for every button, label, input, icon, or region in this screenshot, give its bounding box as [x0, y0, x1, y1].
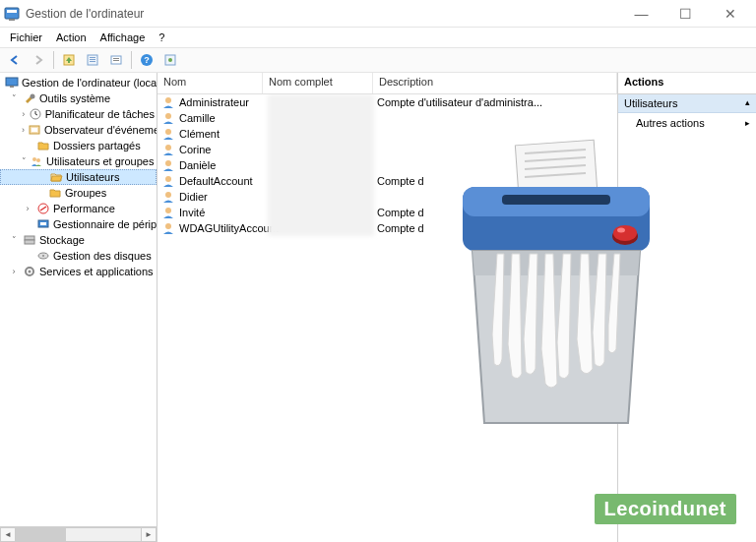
menu-action[interactable]: Action — [50, 30, 93, 45]
device-icon — [36, 217, 50, 231]
actions-group[interactable]: Utilisateurs ▴ — [618, 94, 756, 113]
expander-icon[interactable]: › — [22, 108, 26, 120]
tree-users[interactable]: Utilisateurs — [0, 169, 157, 185]
user-icon — [161, 190, 175, 204]
list-item[interactable]: Camille — [158, 110, 617, 126]
svg-point-37 — [165, 176, 171, 182]
app-icon — [4, 6, 20, 22]
titlebar: Gestion de l'ordinateur — ☐ ✕ — [0, 0, 756, 28]
actions-group-label: Utilisateurs — [624, 97, 677, 109]
user-icon — [161, 127, 175, 141]
menu-view[interactable]: Affichage — [94, 30, 152, 45]
scroll-track[interactable] — [16, 527, 141, 542]
tree-device-manager[interactable]: Gestionnaire de périphériques — [0, 216, 157, 232]
tree-task-scheduler[interactable]: › Planificateur de tâches — [0, 106, 157, 122]
disk-icon — [36, 249, 50, 263]
watermark: Lecoindunet — [595, 494, 736, 524]
expander-icon[interactable]: ˅ — [22, 155, 27, 167]
forward-button[interactable] — [28, 49, 49, 71]
tree-groups[interactable]: Groupes — [0, 185, 157, 201]
user-icon — [161, 174, 175, 188]
svg-rect-20 — [32, 128, 37, 132]
tree-system-tools[interactable]: ˅ Outils système — [0, 90, 157, 106]
tree-storage[interactable]: ˅ Stockage — [0, 232, 157, 248]
actions-more[interactable]: Autres actions ▸ — [618, 113, 756, 133]
toolbar: ? — [0, 47, 756, 73]
svg-rect-5 — [90, 57, 95, 58]
user-description: Compte d'utilisateur d'administra... — [373, 96, 617, 108]
list-header: Nom Nom complet Description — [158, 73, 617, 94]
user-icon — [161, 158, 175, 172]
tree-event-viewer[interactable]: › Observateur d'événements — [0, 122, 157, 138]
svg-rect-48 — [502, 195, 610, 205]
tools-icon — [23, 91, 36, 105]
expander-icon[interactable]: › — [22, 124, 25, 136]
svg-point-34 — [165, 129, 171, 135]
help-button[interactable]: ? — [136, 49, 158, 71]
user-name: Administrateur — [179, 96, 249, 108]
user-name: Camille — [179, 112, 216, 124]
svg-point-33 — [165, 113, 171, 119]
computer-icon — [5, 76, 19, 90]
folder-icon — [48, 186, 62, 200]
minimize-button[interactable]: — — [619, 0, 663, 28]
menu-file[interactable]: Fichier — [4, 30, 48, 45]
user-name: Clément — [179, 128, 220, 140]
user-name: Didier — [179, 191, 208, 203]
svg-point-38 — [165, 192, 171, 198]
scroll-right-icon[interactable]: ► — [141, 527, 157, 542]
tree[interactable]: Gestion de l'ordinateur (local) ˅ Outils… — [0, 73, 157, 526]
redacted-area — [268, 94, 374, 236]
svg-text:?: ? — [144, 55, 150, 65]
tree-disk-mgmt[interactable]: Gestion des disques — [0, 248, 157, 264]
svg-rect-7 — [90, 61, 95, 62]
scroll-left-icon[interactable]: ◄ — [0, 527, 16, 542]
svg-point-21 — [32, 157, 36, 161]
window-controls: — ☐ ✕ — [619, 0, 752, 28]
tree-services[interactable]: › Services et applications — [0, 264, 157, 279]
tree-performance[interactable]: › Performance — [0, 201, 157, 216]
svg-point-14 — [168, 58, 172, 62]
menu-help[interactable]: ? — [153, 30, 170, 45]
user-icon — [161, 206, 175, 219]
svg-rect-27 — [25, 240, 34, 244]
column-fullname[interactable]: Nom complet — [263, 73, 373, 93]
expander-icon[interactable]: › — [8, 266, 20, 277]
list-item[interactable]: AdministrateurCompte d'utilisateur d'adm… — [158, 94, 617, 110]
maximize-button[interactable]: ☐ — [663, 0, 708, 28]
scroll-thumb[interactable] — [16, 528, 66, 541]
refresh-button[interactable] — [159, 49, 181, 71]
actions-header: Actions — [618, 73, 756, 94]
up-button[interactable] — [58, 49, 80, 71]
tree-users-groups[interactable]: ˅ Utilisateurs et groupes locaux — [0, 153, 157, 169]
column-name[interactable]: Nom — [158, 73, 263, 93]
tree-root[interactable]: Gestion de l'ordinateur (local) — [0, 75, 157, 90]
storage-icon — [23, 233, 36, 247]
svg-point-31 — [29, 271, 32, 273]
expander-icon[interactable]: ˅ — [8, 234, 20, 246]
submenu-icon: ▸ — [745, 118, 750, 128]
svg-point-22 — [36, 158, 40, 162]
column-description[interactable]: Description — [373, 73, 617, 93]
svg-point-51 — [617, 228, 625, 233]
expander-icon[interactable]: › — [22, 203, 33, 214]
toolbar-separator — [131, 51, 132, 69]
tree-shared-folders[interactable]: Dossiers partagés — [0, 138, 157, 153]
svg-rect-1 — [7, 10, 17, 13]
back-button[interactable] — [4, 49, 26, 71]
svg-rect-2 — [9, 19, 15, 21]
user-icon — [161, 221, 175, 235]
actions-more-label: Autres actions — [636, 117, 705, 129]
svg-point-39 — [165, 208, 171, 213]
properties-button[interactable] — [82, 49, 103, 71]
export-button[interactable] — [105, 49, 127, 71]
svg-rect-0 — [5, 8, 19, 19]
collapse-icon[interactable]: ▴ — [745, 97, 750, 107]
tree-hscrollbar[interactable]: ◄ ► — [0, 526, 157, 542]
shredder-illustration — [433, 138, 669, 433]
users-icon — [30, 154, 43, 168]
user-icon — [161, 111, 175, 125]
close-button[interactable]: ✕ — [708, 0, 752, 28]
svg-point-36 — [165, 160, 171, 166]
expander-icon[interactable]: ˅ — [8, 92, 20, 104]
